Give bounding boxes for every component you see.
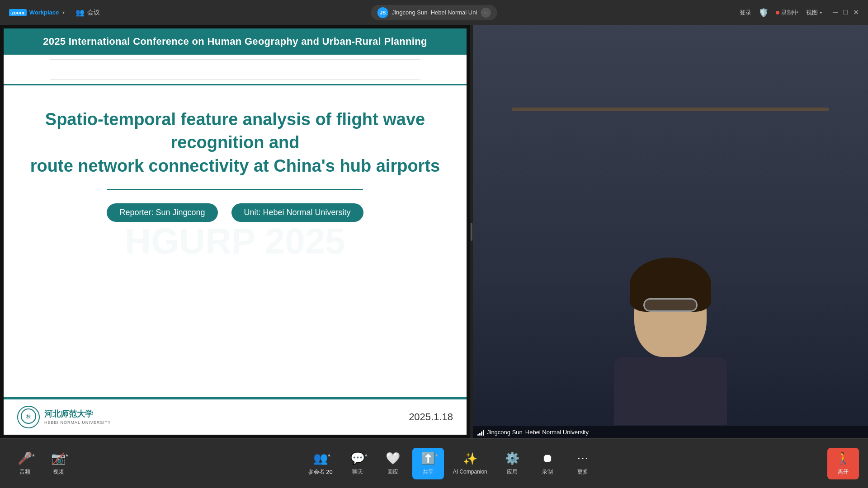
logo-area: zoom Workplace ▾ 👥 会议: [9, 8, 100, 17]
meeting-button[interactable]: 👥 会议: [75, 8, 100, 17]
university-logo: 校 河北师范大学 HEBEI NORMAL UNIVERSITY: [17, 406, 111, 428]
signal-bar-2: [479, 433, 481, 436]
signal-bar-1: [477, 434, 479, 436]
meeting-label: 会议: [87, 9, 100, 17]
user-name-display: Jingcong Sun Hebei Normal Uni: [392, 9, 477, 16]
unit-tag: Unit: Hebei Normal University: [231, 203, 363, 222]
view-button[interactable]: 视图 ▪️: [806, 9, 822, 17]
logo-circle: 校: [17, 406, 40, 428]
audio-button[interactable]: 🎤 ▲ 音频: [9, 448, 41, 479]
reaction-button[interactable]: 🤍 回应: [377, 448, 409, 479]
record-icon: ⏺: [542, 451, 553, 465]
chat-arrow[interactable]: ▲: [364, 452, 368, 457]
recording-indicator: 录制中: [776, 9, 799, 17]
signal-bar-4: [483, 430, 484, 436]
logo-symbol: 校: [20, 408, 37, 427]
record-button[interactable]: ⏺ 录制: [532, 448, 563, 479]
audio-arrow[interactable]: ▲: [31, 452, 36, 457]
share-arrow[interactable]: ▲: [434, 452, 439, 457]
ai-companion-button[interactable]: ✨ AI Companion: [448, 448, 493, 479]
slide-divider: [107, 189, 363, 190]
session-info: JS Jingcong Sun Hebei Normal Uni ···: [371, 5, 497, 20]
signal-bar-3: [481, 432, 482, 436]
reaction-icon: 🤍: [386, 451, 400, 465]
session-more-button[interactable]: ···: [481, 8, 491, 18]
zoom-workplace-text: Workplace: [29, 9, 59, 16]
more-label: 更多: [577, 468, 588, 476]
video-button[interactable]: 📷 ▲ 视频: [42, 448, 74, 479]
participants-icon: 👥 ▲: [313, 451, 328, 465]
rec-dot: [776, 11, 779, 14]
leave-button[interactable]: 🚶 离开: [827, 448, 859, 479]
zoom-logo-box: zoom: [9, 9, 27, 16]
window-right-controls: 登录 🛡️ 录制中 视图 ▪️ ─ □ ✕: [740, 8, 859, 18]
slide-body: HGURP 2025 Spatio-temporal feature analy…: [4, 84, 467, 399]
slide-container: 2025 International Conference on Human G…: [4, 28, 467, 435]
recording-label: 录制中: [781, 9, 799, 17]
audio-label: 音频: [19, 468, 30, 476]
chat-label: 聊天: [352, 468, 363, 476]
video-panel: Jingcong Sun Hebei Normal University: [473, 25, 868, 438]
reaction-label: 回应: [387, 468, 398, 476]
close-button[interactable]: ✕: [853, 8, 859, 17]
ai-label: AI Companion: [453, 469, 487, 475]
person-video: [473, 25, 868, 438]
leave-icon: 🚶: [836, 451, 850, 465]
person-glasses: [643, 298, 698, 312]
restore-button[interactable]: □: [843, 8, 848, 17]
more-icon: ⋯: [577, 451, 589, 465]
window-controls: ─ □ ✕: [833, 8, 859, 17]
share-button[interactable]: ⬆️ ▲ 共享: [412, 448, 444, 479]
person-body: [614, 267, 727, 425]
ai-icon: ✨: [463, 452, 477, 466]
apps-label: 应用: [507, 468, 518, 476]
participants-arrow[interactable]: ▲: [327, 452, 331, 457]
slide-watermark: HGURP 2025: [125, 221, 345, 262]
video-name-bar: Jingcong Sun Hebei Normal University: [473, 426, 868, 438]
more-button[interactable]: ⋯ 更多: [567, 448, 599, 479]
people-icon: 👥: [75, 8, 85, 17]
login-button[interactable]: 登录: [740, 9, 751, 17]
video-mute-indicator: [52, 453, 65, 465]
mute-indicator: [19, 453, 31, 465]
minimize-button[interactable]: ─: [833, 8, 838, 17]
record-label: 录制: [542, 468, 553, 476]
slide-tags: Reporter: Sun Jingcong Unit: Hebei Norma…: [22, 203, 448, 222]
toolbar-left: 🎤 ▲ 音频 📷 ▲ 视频: [9, 448, 74, 479]
person-face: [634, 267, 707, 357]
divider-handle: [471, 223, 472, 241]
video-icon: 📷 ▲: [51, 451, 66, 465]
video-arrow[interactable]: ▲: [65, 452, 69, 457]
user-avatar: JS: [377, 7, 388, 18]
zoom-dropdown-arrow[interactable]: ▾: [62, 10, 65, 15]
chat-icon: 💬 ▲: [350, 451, 365, 465]
apps-button[interactable]: ⚙️ 应用: [496, 448, 528, 479]
main-content: 2025 International Conference on Human G…: [0, 25, 868, 438]
slide-title: Spatio-temporal feature analysis of flig…: [22, 108, 448, 178]
video-feed: Jingcong Sun Hebei Normal University: [473, 25, 868, 438]
video-person-name: Jingcong Sun: [487, 429, 523, 436]
slide-area: 2025 International Conference on Human G…: [0, 25, 470, 438]
video-person-uni: Hebei Normal University: [525, 429, 589, 436]
audio-icon: 🎤 ▲: [18, 451, 32, 465]
person-clothes: [614, 357, 727, 425]
slide-date: 2025.1.18: [409, 411, 453, 423]
toolbar: 🎤 ▲ 音频 📷 ▲ 视频 👥 ▲ 参会者 20: [0, 438, 868, 488]
participants-count: 20: [326, 469, 332, 475]
slide-top-white: [4, 55, 467, 84]
svg-text:校: 校: [26, 414, 31, 419]
toolbar-right: 🚶 离开: [827, 448, 859, 479]
leave-label: 离开: [838, 468, 849, 476]
participants-label: 参会者: [308, 468, 325, 476]
university-name: 河北师范大学 HEBEI NORMAL UNIVERSITY: [44, 408, 111, 426]
share-label: 共享: [423, 468, 434, 476]
toolbar-center: 👥 ▲ 参会者 20 💬 ▲ 聊天 🤍 回应 ⬆️ ▲: [303, 448, 599, 479]
apps-icon: ⚙️: [505, 451, 519, 465]
chat-button[interactable]: 💬 ▲ 聊天: [342, 448, 373, 479]
slide-header: 2025 International Conference on Human G…: [4, 28, 467, 55]
shield-icon: 🛡️: [759, 8, 769, 18]
signal-icon: [477, 429, 484, 436]
participants-button[interactable]: 👥 ▲ 参会者 20: [303, 448, 338, 479]
zoom-logo: zoom Workplace: [9, 9, 59, 16]
reporter-tag: Reporter: Sun Jingcong: [107, 203, 217, 222]
